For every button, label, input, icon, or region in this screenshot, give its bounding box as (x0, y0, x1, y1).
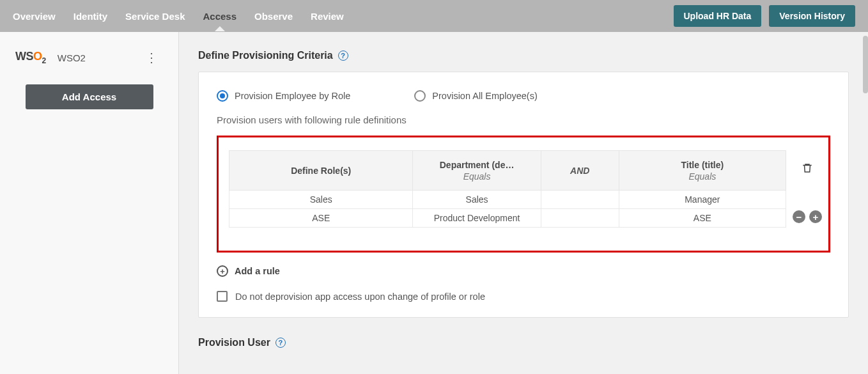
cell-and (541, 209, 619, 228)
rule-table: Define Role(s) Department (de… Equals AN… (229, 150, 786, 228)
section-title-criteria: Define Provisioning Criteria ? (198, 50, 849, 61)
radio-by-role-label: Provision Employee by Role (235, 91, 350, 101)
table-row[interactable]: ASE Product Development ASE (229, 209, 786, 228)
criteria-card: Provision Employee by Role Provision All… (198, 72, 849, 318)
col-department[interactable]: Department (de… Equals (413, 151, 541, 191)
rule-subtext: Provision users with following rule defi… (217, 114, 830, 125)
app-row[interactable]: WSO2 WSO2 ⋮ (12, 45, 167, 70)
main-content: Define Provisioning Criteria ? Provision… (179, 32, 868, 374)
version-history-button[interactable]: Version History (769, 5, 855, 27)
provision-mode-radios: Provision Employee by Role Provision All… (217, 90, 830, 102)
cell-role[interactable]: ASE (229, 209, 413, 228)
rule-highlight-box: Define Role(s) Department (de… Equals AN… (217, 136, 830, 253)
add-rule-label: Add a rule (235, 266, 280, 276)
nav-review[interactable]: Review (311, 2, 344, 31)
radio-by-role[interactable]: Provision Employee by Role (217, 90, 350, 102)
provision-user-text: Provision User (198, 337, 270, 348)
scrollbar-thumb[interactable] (863, 36, 868, 93)
remove-row-button[interactable]: − (793, 210, 805, 223)
nav-identity[interactable]: Identity (74, 2, 107, 31)
delete-rule-icon[interactable] (802, 150, 813, 177)
rule-actions: − + (793, 150, 822, 223)
radio-all-employees[interactable]: Provision All Employee(s) (414, 90, 537, 102)
more-icon[interactable]: ⋮ (140, 47, 163, 68)
add-row-button[interactable]: + (809, 210, 822, 223)
col-title[interactable]: Title (title) Equals (619, 151, 786, 191)
upload-hr-data-button[interactable]: Upload HR Data (674, 5, 762, 27)
nav-service-desk[interactable]: Service Desk (125, 2, 185, 31)
deprovision-checkbox-row[interactable]: Do not deprovision app access upon chang… (217, 291, 830, 302)
cell-title[interactable]: ASE (619, 209, 786, 228)
app-label: WSO2 (58, 52, 86, 63)
add-access-button[interactable]: Add Access (26, 84, 153, 109)
cell-and (541, 191, 619, 209)
help-icon[interactable]: ? (338, 51, 348, 61)
col-and: AND (541, 151, 619, 191)
wso2-logo: WSO2 (15, 50, 46, 65)
deprovision-label: Do not deprovision app access upon chang… (235, 292, 485, 302)
nav-access[interactable]: Access (203, 2, 236, 31)
top-nav: Overview Identity Service Desk Access Ob… (0, 0, 868, 32)
section-title-provision-user: Provision User ? (198, 337, 849, 348)
nav-observe[interactable]: Observe (254, 2, 293, 31)
cell-title[interactable]: Manager (619, 191, 786, 209)
cell-role[interactable]: Sales (229, 191, 413, 209)
cell-dept[interactable]: Product Development (413, 209, 541, 228)
nav-actions: Upload HR Data Version History (674, 5, 856, 27)
col-role[interactable]: Define Role(s) (229, 151, 413, 191)
add-rule-button[interactable]: + Add a rule (217, 265, 830, 277)
table-row[interactable]: Sales Sales Manager (229, 191, 786, 209)
plus-circle-icon: + (217, 265, 228, 277)
nav-tabs: Overview Identity Service Desk Access Ob… (13, 2, 344, 31)
deprovision-checkbox[interactable] (217, 291, 228, 302)
section-title-text: Define Provisioning Criteria (198, 50, 333, 61)
radio-all-label: Provision All Employee(s) (432, 91, 537, 101)
nav-overview[interactable]: Overview (13, 2, 56, 31)
cell-dept[interactable]: Sales (413, 191, 541, 209)
help-icon[interactable]: ? (275, 338, 286, 348)
sidebar: WSO2 WSO2 ⋮ Add Access (0, 32, 179, 374)
